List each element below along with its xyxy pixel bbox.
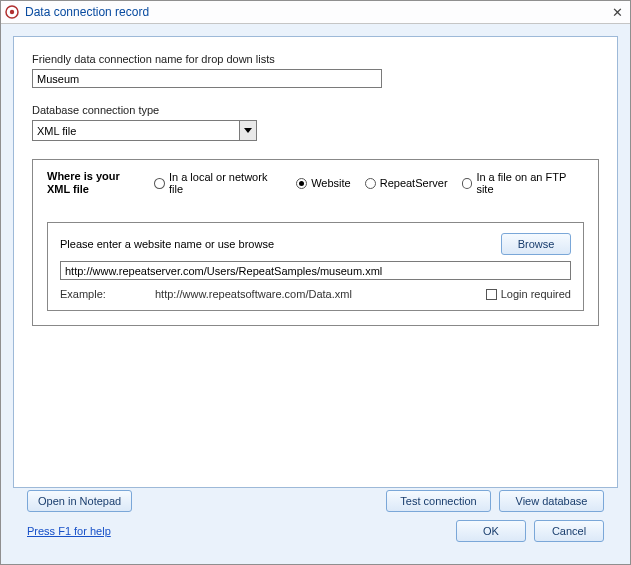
radio-label: In a local or network file	[169, 171, 282, 195]
svg-point-1	[10, 10, 14, 14]
help-link[interactable]: Press F1 for help	[27, 525, 111, 537]
connection-type-label: Database connection type	[32, 104, 599, 116]
radio-label: Website	[311, 177, 351, 189]
footer: Open in Notepad Test connection View dat…	[13, 488, 618, 552]
example-label: Example:	[60, 288, 155, 300]
close-button[interactable]: ✕	[608, 4, 626, 20]
radio-ftp[interactable]: In a file on an FTP site	[462, 171, 584, 195]
location-row: Where is your XML file In a local or net…	[47, 170, 584, 196]
main-panel: Friendly data connection name for drop d…	[13, 36, 618, 488]
ok-button[interactable]: OK	[456, 520, 526, 542]
radio-icon	[365, 178, 376, 189]
connection-type-value: XML file	[33, 121, 239, 140]
connection-type-select[interactable]: XML file	[32, 120, 257, 141]
radio-repeatserver[interactable]: RepeatServer	[365, 177, 448, 189]
open-in-notepad-button[interactable]: Open in Notepad	[27, 490, 132, 512]
radio-website[interactable]: Website	[296, 177, 351, 189]
example-url: http://www.repeatsoftware.com/Data.xml	[155, 288, 486, 300]
close-icon: ✕	[612, 5, 623, 20]
titlebar: Data connection record ✕	[1, 1, 630, 24]
radio-local-file[interactable]: In a local or network file	[154, 171, 282, 195]
radio-label: RepeatServer	[380, 177, 448, 189]
radio-icon	[462, 178, 473, 189]
window-title: Data connection record	[25, 5, 608, 19]
client-area: Friendly data connection name for drop d…	[1, 24, 630, 564]
friendly-name-input[interactable]	[32, 69, 382, 88]
test-connection-button[interactable]: Test connection	[386, 490, 491, 512]
checkbox-label: Login required	[501, 288, 571, 300]
dialog-window: Data connection record ✕ Friendly data c…	[0, 0, 631, 565]
radio-icon	[296, 178, 307, 189]
login-required-checkbox[interactable]: Login required	[486, 288, 571, 300]
svg-marker-2	[244, 128, 252, 133]
radio-label: In a file on an FTP site	[476, 171, 584, 195]
url-group: Please enter a website name or use brows…	[47, 222, 584, 311]
browse-button[interactable]: Browse	[501, 233, 571, 255]
cancel-button[interactable]: Cancel	[534, 520, 604, 542]
app-icon	[5, 5, 19, 19]
location-group: Where is your XML file In a local or net…	[32, 159, 599, 326]
dropdown-button[interactable]	[239, 121, 256, 140]
radio-icon	[154, 178, 165, 189]
url-prompt: Please enter a website name or use brows…	[60, 238, 274, 250]
chevron-down-icon	[244, 128, 252, 134]
view-database-button[interactable]: View database	[499, 490, 604, 512]
checkbox-icon	[486, 289, 497, 300]
url-input[interactable]	[60, 261, 571, 280]
location-heading: Where is your XML file	[47, 170, 140, 196]
friendly-name-label: Friendly data connection name for drop d…	[32, 53, 599, 65]
